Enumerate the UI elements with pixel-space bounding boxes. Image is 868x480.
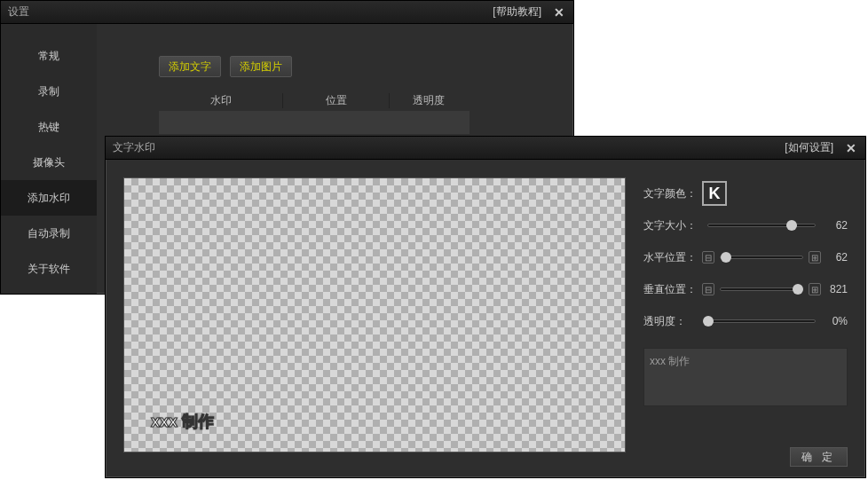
col-watermark: 水印 xyxy=(159,93,283,108)
col-opacity: 透明度 xyxy=(390,93,468,108)
watermark-controls: 文字颜色： K 文字大小： 62 水平位置： ⊟ ⊞ 62 垂直位置： ⊟ ⊞ … xyxy=(643,177,848,435)
add-text-button[interactable]: 添加文字 xyxy=(159,56,221,77)
label-vpos: 垂直位置： xyxy=(643,282,702,297)
value-hpos: 62 xyxy=(821,251,848,264)
text-watermark-dialog: 文字水印 [如何设置] ✕ xxx 制作 文字颜色： K 文字大小： 62 水平… xyxy=(105,136,866,478)
value-size: 62 xyxy=(821,219,848,232)
watermark-text-input[interactable] xyxy=(643,348,848,406)
value-vpos: 821 xyxy=(821,283,848,295)
settings-titlebar: 设置 [帮助教程] ✕ xyxy=(1,1,573,24)
value-opacity: 0% xyxy=(821,315,848,327)
sidebar-item-record[interactable]: 录制 xyxy=(1,74,97,109)
color-picker[interactable]: K xyxy=(702,181,727,206)
label-size: 文字大小： xyxy=(643,218,702,233)
slider-vpos[interactable] xyxy=(720,287,803,291)
slider-size[interactable] xyxy=(707,224,816,227)
watermark-preview: xxx 制作 xyxy=(123,177,626,452)
label-opacity: 透明度： xyxy=(643,314,702,329)
slider-opacity[interactable] xyxy=(707,319,816,323)
minus-icon[interactable]: ⊟ xyxy=(702,283,714,295)
col-position: 位置 xyxy=(283,93,390,108)
slider-thumb[interactable] xyxy=(793,284,803,295)
slider-thumb[interactable] xyxy=(703,316,714,327)
plus-icon[interactable]: ⊞ xyxy=(809,283,821,295)
watermark-table-body xyxy=(159,111,470,134)
watermark-sample-text: xxx 制作 xyxy=(151,411,214,432)
slider-thumb[interactable] xyxy=(721,252,731,263)
plus-icon[interactable]: ⊞ xyxy=(809,251,821,264)
sidebar-item-about[interactable]: 关于软件 xyxy=(1,251,97,287)
sidebar-item-hotkey[interactable]: 热键 xyxy=(1,109,97,145)
settings-title: 设置 xyxy=(8,4,493,20)
watermark-table-header: 水印 位置 透明度 xyxy=(159,90,470,111)
dialog-titlebar: 文字水印 [如何设置] ✕ xyxy=(106,137,865,160)
sidebar-item-camera[interactable]: 摄像头 xyxy=(1,145,97,180)
sidebar-item-watermark[interactable]: 添加水印 xyxy=(1,180,97,216)
label-hpos: 水平位置： xyxy=(643,250,702,265)
close-icon[interactable]: ✕ xyxy=(552,5,566,20)
help-link[interactable]: [帮助教程] xyxy=(493,4,541,20)
label-color: 文字颜色： xyxy=(643,186,702,201)
dialog-help-link[interactable]: [如何设置] xyxy=(785,140,833,155)
sidebar-item-autorecord[interactable]: 自动录制 xyxy=(1,216,97,251)
settings-sidebar: 常规 录制 热键 摄像头 添加水印 自动录制 关于软件 xyxy=(1,24,97,294)
slider-hpos[interactable] xyxy=(720,256,803,259)
slider-thumb[interactable] xyxy=(786,220,797,231)
close-icon[interactable]: ✕ xyxy=(844,141,858,155)
confirm-button[interactable]: 确 定 xyxy=(790,447,848,467)
dialog-title: 文字水印 xyxy=(113,140,785,155)
minus-icon[interactable]: ⊟ xyxy=(702,251,714,264)
add-image-button[interactable]: 添加图片 xyxy=(230,56,292,77)
sidebar-item-general[interactable]: 常规 xyxy=(1,38,97,74)
